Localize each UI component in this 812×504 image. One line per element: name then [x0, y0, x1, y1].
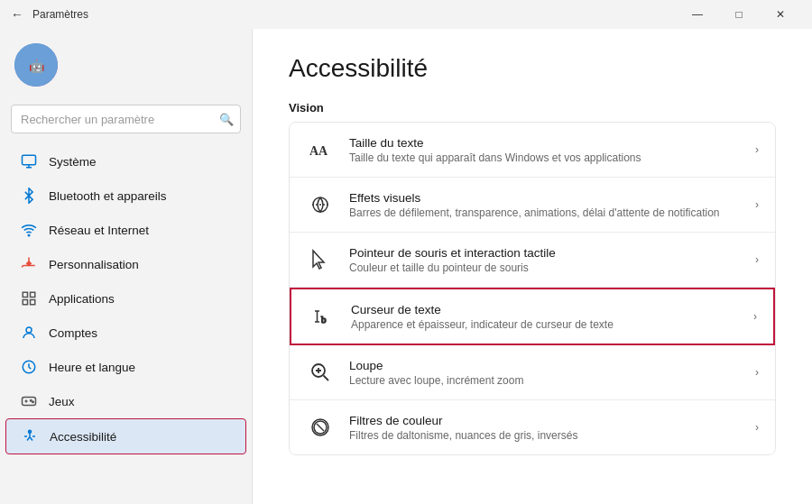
maximize-button[interactable]: □: [718, 0, 760, 29]
visual-effects-icon: [306, 190, 335, 219]
settings-item-desc-loupe: Lecture avec loupe, incrément zoom: [349, 374, 741, 387]
settings-item-name-filtres: Filtres de couleur: [349, 414, 741, 427]
sidebar-label-personnalisation: Personnalisation: [49, 258, 139, 271]
chevron-icon-pointeur: ›: [755, 253, 759, 266]
window-controls: — □ ✕: [677, 0, 801, 29]
sidebar-item-accessibilite[interactable]: Accessibilité: [5, 418, 246, 454]
sidebar-item-reseau[interactable]: Réseau et Internet: [5, 213, 246, 247]
settings-item-text-loupe: Loupe Lecture avec loupe, incrément zoom: [349, 359, 741, 387]
sidebar-label-applications: Applications: [49, 292, 115, 306]
svg-point-10: [26, 327, 32, 333]
clock-icon: [20, 358, 38, 376]
search-box[interactable]: 🔍: [11, 105, 241, 133]
search-icon: 🔍: [219, 113, 234, 126]
settings-item-desc-pointeur: Couleur et taille du pointeur de souris: [349, 261, 741, 274]
svg-text:b: b: [321, 314, 327, 325]
user-icon: [20, 324, 38, 342]
text-size-icon: AA: [306, 135, 335, 164]
sidebar-label-comptes: Comptes: [49, 326, 97, 340]
sidebar-item-comptes[interactable]: Comptes: [5, 316, 246, 350]
settings-item-taille-texte[interactable]: AA Taille du texte Taille du texte qui a…: [290, 123, 775, 178]
svg-rect-7: [31, 292, 35, 297]
settings-item-text-curseur: Curseur de texte Apparence et épaisseur,…: [351, 303, 739, 331]
svg-line-30: [317, 424, 324, 431]
svg-point-5: [28, 234, 30, 236]
monitor-icon: [20, 152, 38, 170]
search-input[interactable]: [11, 105, 241, 133]
games-icon: [20, 392, 38, 410]
apps-icon: [20, 289, 38, 307]
minimize-button[interactable]: —: [677, 0, 718, 29]
sidebar-label-accessibilite: Accessibilité: [50, 430, 116, 444]
magnifier-icon: [306, 358, 335, 387]
settings-item-desc-curseur: Apparence et épaisseur, indicateur de cu…: [351, 318, 739, 331]
sidebar-item-systeme[interactable]: Système: [5, 144, 246, 179]
settings-item-name-curseur: Curseur de texte: [351, 303, 739, 316]
svg-line-26: [324, 376, 329, 381]
settings-item-desc-effets: Barres de défilement, transparence, anim…: [349, 206, 741, 219]
settings-item-filtres[interactable]: Filtres de couleur Filtres de daltonisme…: [290, 400, 775, 454]
sidebar-label-bluetooth: Bluetooth et appareils: [49, 189, 167, 203]
title-bar-left: ← Paramètres: [11, 8, 677, 21]
content-area: Accessibilité Vision AA Taille du texte …: [253, 29, 812, 504]
chevron-icon-taille: ›: [755, 143, 759, 156]
svg-rect-8: [31, 300, 35, 305]
user-avatar-section: 🤖: [0, 36, 252, 101]
svg-rect-6: [23, 292, 27, 297]
mouse-pointer-icon: [306, 245, 335, 274]
settings-item-effets[interactable]: Effets visuels Barres de défilement, tra…: [290, 178, 775, 233]
chevron-icon-loupe: ›: [755, 366, 759, 379]
settings-item-curseur[interactable]: b Curseur de texte Apparence et épaisseu…: [290, 288, 775, 345]
close-button[interactable]: ✕: [760, 0, 801, 29]
sidebar-item-heure[interactable]: Heure et langue: [5, 350, 246, 384]
settings-item-loupe[interactable]: Loupe Lecture avec loupe, incrément zoom…: [290, 345, 775, 400]
sidebar-label-heure: Heure et langue: [49, 361, 135, 374]
svg-text:AA: AA: [309, 144, 328, 158]
svg-point-16: [32, 401, 34, 403]
svg-rect-2: [23, 155, 36, 165]
app-body: 🤖 🔍 Système Bluetooth et appareils: [0, 29, 812, 504]
title-bar-title: Paramètres: [32, 8, 88, 21]
back-button[interactable]: ←: [11, 8, 23, 21]
color-filter-icon: [306, 413, 335, 442]
title-bar: ← Paramètres — □ ✕: [0, 0, 812, 29]
avatar: 🤖: [14, 43, 58, 87]
settings-item-desc-filtres: Filtres de daltonisme, nuances de gris, …: [349, 429, 741, 442]
accessibility-icon: [21, 427, 39, 445]
sidebar-label-systeme: Système: [49, 155, 97, 169]
settings-item-pointeur[interactable]: Pointeur de souris et interaction tactil…: [290, 233, 775, 288]
svg-point-15: [31, 400, 32, 402]
wifi-icon: [20, 221, 38, 239]
chevron-icon-effets: ›: [755, 198, 759, 211]
settings-item-name-pointeur: Pointeur de souris et interaction tactil…: [349, 246, 741, 260]
settings-item-desc-taille: Taille du texte qui apparaît dans Window…: [349, 151, 741, 164]
sidebar: 🤖 🔍 Système Bluetooth et appareils: [0, 29, 253, 504]
settings-item-name-taille: Taille du texte: [349, 136, 741, 150]
page-title: Accessibilité: [289, 54, 776, 83]
sidebar-label-jeux: Jeux: [49, 395, 75, 408]
svg-rect-9: [23, 300, 27, 305]
settings-item-name-effets: Effets visuels: [349, 191, 741, 205]
chevron-icon-curseur: ›: [753, 310, 757, 323]
settings-item-text-effets: Effets visuels Barres de défilement, tra…: [349, 191, 741, 219]
chevron-icon-filtres: ›: [755, 421, 759, 434]
svg-text:🤖: 🤖: [29, 59, 45, 74]
section-vision: Vision: [289, 101, 776, 115]
sidebar-item-personnalisation[interactable]: Personnalisation: [5, 247, 246, 281]
settings-item-text-pointeur: Pointeur de souris et interaction tactil…: [349, 246, 741, 274]
settings-item-text-taille: Taille du texte Taille du texte qui appa…: [349, 136, 741, 164]
sidebar-item-jeux[interactable]: Jeux: [5, 384, 246, 418]
svg-point-17: [29, 430, 32, 433]
settings-item-text-filtres: Filtres de couleur Filtres de daltonisme…: [349, 414, 741, 442]
paint-icon: [20, 255, 38, 273]
sidebar-item-bluetooth[interactable]: Bluetooth et appareils: [5, 179, 246, 213]
text-cursor-icon: b: [308, 302, 337, 331]
settings-list: AA Taille du texte Taille du texte qui a…: [289, 122, 776, 455]
sidebar-item-applications[interactable]: Applications: [5, 281, 246, 316]
settings-item-name-loupe: Loupe: [349, 359, 741, 372]
sidebar-label-reseau: Réseau et Internet: [49, 224, 149, 237]
bluetooth-icon: [20, 187, 38, 205]
